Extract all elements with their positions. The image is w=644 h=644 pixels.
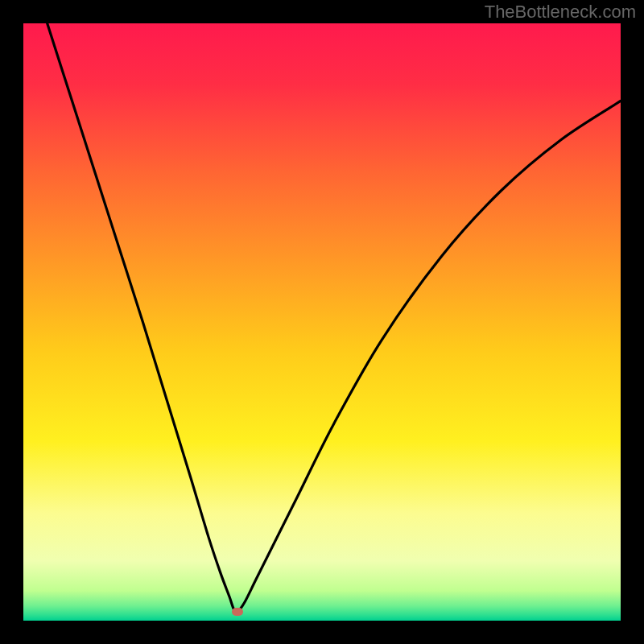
plot-area	[23, 23, 621, 621]
watermark-text: TheBottleneck.com	[485, 2, 636, 23]
optimum-marker	[232, 608, 243, 616]
bottleneck-curve	[23, 23, 621, 621]
